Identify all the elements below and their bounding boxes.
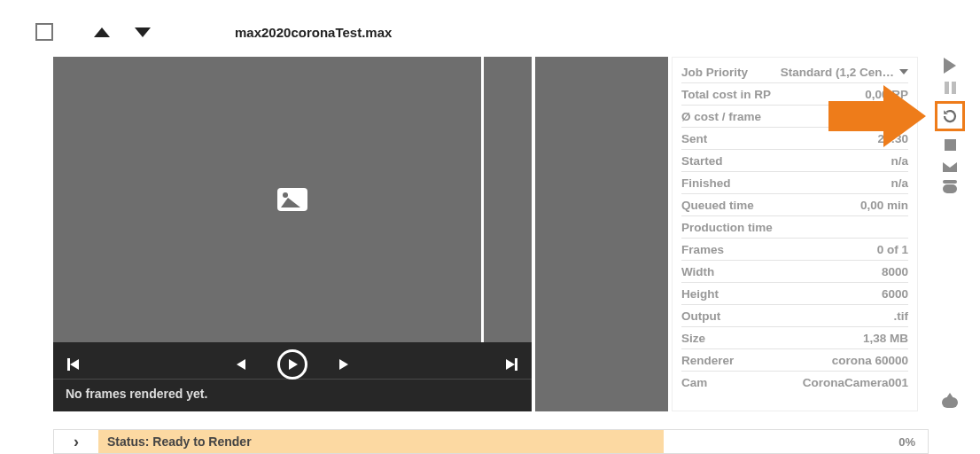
chevron-down-icon	[899, 69, 908, 74]
info-row: Output.tif	[681, 305, 908, 327]
status-percent: 0%	[898, 435, 928, 449]
info-value-text: 25:30	[877, 132, 908, 145]
info-key: Production time	[681, 221, 773, 234]
info-row: Size1,38 MB	[681, 327, 908, 349]
info-row: Sent25:30	[681, 128, 908, 150]
info-value-text: RP	[891, 110, 908, 123]
info-value-text: CoronaCamera001	[803, 376, 908, 389]
info-value-text: n/a	[891, 176, 908, 190]
info-value: 6000	[882, 287, 908, 301]
secondary-preview	[535, 57, 668, 411]
info-row: CamCoronaCamera001	[681, 372, 908, 393]
info-key: Cam	[681, 376, 707, 389]
info-value-text: 6000	[882, 287, 908, 301]
preview-divider	[481, 57, 484, 342]
stop-icon	[945, 139, 956, 151]
upload-button[interactable]	[942, 397, 958, 408]
render-pause-button[interactable]	[940, 79, 960, 97]
info-key: Total cost in RP	[681, 88, 771, 101]
preview-status-text: No frames rendered yet.	[53, 380, 532, 408]
priority-dropdown[interactable]: Standard (1,2 Cen…	[781, 66, 908, 79]
stack-icon	[943, 184, 957, 193]
job-filename: max2020coronaTest.max	[235, 25, 392, 40]
info-key: Started	[681, 154, 723, 168]
render-stop-button[interactable]	[940, 136, 960, 153]
info-key: Job Priority	[681, 66, 748, 79]
preview-viewport	[53, 57, 532, 342]
info-value-text: .tif	[894, 309, 909, 323]
info-value-text: Standard (1,2 Cen…	[781, 66, 894, 79]
status-expand-button[interactable]: ›	[54, 433, 98, 451]
status-label: Status: Ready to Render	[98, 430, 664, 453]
prev-frame-button[interactable]	[237, 359, 245, 370]
info-value-text: 8000	[882, 265, 908, 278]
play-icon	[289, 359, 298, 370]
refresh-button[interactable]	[935, 101, 965, 131]
sort-down-icon[interactable]	[135, 27, 151, 37]
job-info-panel: Job PriorityStandard (1,2 Cen…Total cost…	[672, 57, 918, 411]
refresh-icon	[942, 108, 958, 124]
info-value-text: corona 60000	[832, 354, 908, 367]
play-icon	[944, 58, 956, 74]
info-value: 25:30	[877, 132, 908, 145]
render-start-button[interactable]	[940, 57, 960, 74]
info-value: n/a	[891, 176, 908, 190]
mail-icon	[943, 162, 957, 172]
info-value-text: 0,00 min	[860, 199, 908, 212]
info-row: Ø cost / frameRP	[681, 106, 908, 128]
mail-button[interactable]	[940, 158, 960, 176]
skip-end-button[interactable]	[506, 358, 517, 371]
status-bar: › Status: Ready to Render 0%	[53, 429, 929, 454]
info-row: Frames0 of 1	[681, 239, 908, 261]
info-value-text: n/a	[891, 154, 908, 168]
info-value: 8000	[882, 265, 908, 278]
info-key: Sent	[681, 132, 707, 145]
info-row: Startedn/a	[681, 150, 908, 172]
info-row: Renderercorona 60000	[681, 349, 908, 372]
info-row: Total cost in RP0,00 RP	[681, 83, 908, 106]
info-value: .tif	[894, 309, 909, 323]
info-row: Finishedn/a	[681, 172, 908, 194]
next-frame-button[interactable]	[339, 359, 348, 370]
info-value-text: 1,38 MB	[863, 332, 908, 345]
info-value: corona 60000	[832, 354, 908, 367]
jobs-button[interactable]	[940, 180, 960, 198]
info-key: Finished	[681, 176, 731, 190]
play-button[interactable]	[277, 349, 307, 380]
info-key: Height	[681, 287, 719, 301]
sort-up-icon[interactable]	[94, 27, 110, 37]
skip-start-button[interactable]	[67, 358, 79, 371]
info-key: Width	[681, 265, 714, 278]
info-key: Renderer	[681, 354, 734, 367]
info-value: 0,00 RP	[865, 88, 908, 101]
info-key: Size	[681, 332, 705, 345]
info-row: Production time	[681, 216, 908, 239]
info-row: Queued time0,00 min	[681, 194, 908, 216]
info-key: Queued time	[681, 199, 754, 212]
info-value: n/a	[891, 154, 908, 168]
info-value: RP	[891, 110, 908, 123]
info-value-text: 0,00 RP	[865, 88, 908, 101]
info-key: Ø cost / frame	[681, 110, 761, 123]
select-checkbox[interactable]	[35, 23, 53, 41]
info-value: 0 of 1	[877, 243, 908, 256]
info-key: Frames	[681, 243, 724, 256]
info-value: 0,00 min	[860, 199, 908, 212]
info-row: Job PriorityStandard (1,2 Cen…	[681, 61, 908, 83]
info-row: Width8000	[681, 261, 908, 283]
info-value: 1,38 MB	[863, 332, 908, 345]
info-value-text: 0 of 1	[877, 243, 908, 256]
info-row: Height6000	[681, 283, 908, 305]
pause-icon	[945, 82, 956, 94]
info-value: CoronaCamera001	[803, 376, 908, 389]
image-placeholder-icon	[277, 188, 307, 211]
info-key: Output	[681, 309, 720, 323]
